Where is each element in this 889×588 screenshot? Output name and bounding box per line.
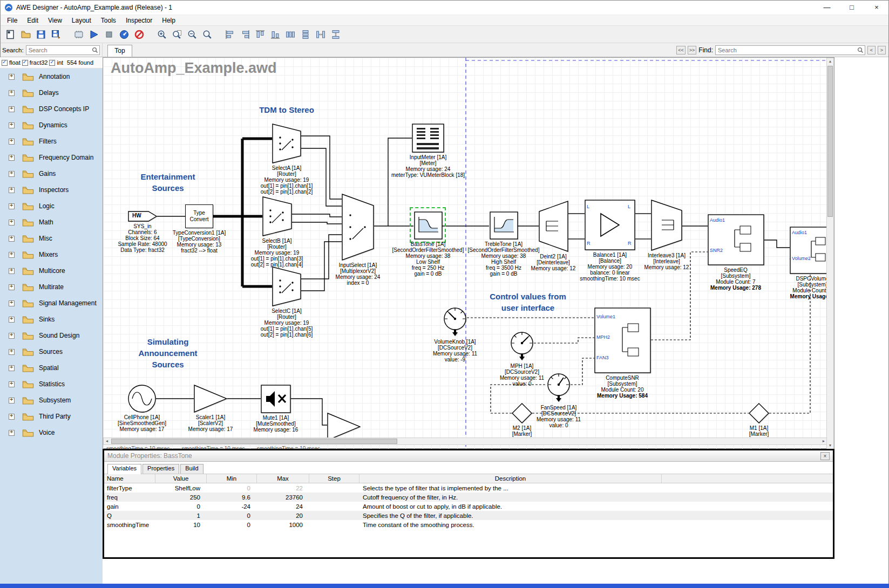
block-inputmeter[interactable]: InputMeter [1A][Meter]Memory usage: 24me…	[377, 124, 479, 178]
space-vertical-button[interactable]	[329, 28, 343, 42]
find-prev-all-button[interactable]: <<	[676, 46, 686, 54]
scroll-left-arrow[interactable]: ◄	[104, 438, 110, 445]
sidebar-item-sinks[interactable]: Sinks	[0, 311, 103, 327]
save-button[interactable]	[34, 28, 48, 42]
tab-build[interactable]: Build	[180, 464, 203, 474]
variable-row-freq[interactable]: freq 250 9.6 23760 Cutoff frequency of t…	[104, 493, 833, 502]
distribute-vertical-button[interactable]	[298, 28, 313, 42]
horizontal-scrollbar[interactable]: ◄ ►	[103, 437, 827, 445]
minimize-button[interactable]: —	[815, 0, 839, 15]
var-value[interactable]: 1	[155, 512, 207, 519]
menu-inspector[interactable]: Inspector	[121, 16, 157, 25]
new-button[interactable]	[4, 28, 18, 42]
align-top-button[interactable]	[253, 28, 267, 42]
expand-icon[interactable]	[9, 155, 15, 161]
block-m2[interactable]: M2 [1A][Marker]	[471, 403, 573, 437]
align-bottom-button[interactable]	[268, 28, 282, 42]
tab-variables[interactable]: Variables	[107, 464, 141, 474]
find-input[interactable]	[715, 45, 865, 55]
expand-icon[interactable]	[9, 414, 15, 420]
var-value[interactable]: 0	[155, 503, 207, 510]
find-next-all-button[interactable]: >>	[688, 46, 697, 54]
horizontal-scroll-thumb[interactable]	[111, 439, 397, 444]
expand-icon[interactable]	[9, 284, 15, 290]
expand-icon[interactable]	[9, 74, 15, 80]
sidebar-item-spatial[interactable]: Spatial	[0, 360, 103, 376]
properties-title-bar[interactable]: Module Properties: BassTone ×	[104, 450, 833, 462]
module-search-input[interactable]	[26, 45, 100, 55]
expand-icon[interactable]	[9, 252, 15, 258]
properties-close-button[interactable]: ×	[820, 452, 830, 460]
scroll-down-arrow[interactable]: ▼	[827, 442, 833, 449]
sidebar-item-delays[interactable]: Delays	[0, 85, 103, 101]
find-next-button[interactable]: >	[878, 46, 886, 54]
distribute-horizontal-button[interactable]	[283, 28, 297, 42]
expand-icon[interactable]	[9, 187, 15, 193]
close-button[interactable]: ×	[864, 0, 889, 15]
menu-edit[interactable]: Edit	[22, 16, 43, 25]
block-dspcvolume[interactable]: Audio1 Volume2 DSPCVolume[Subsystem]Modu…	[761, 227, 827, 299]
sidebar-item-logic[interactable]: Logic	[0, 198, 103, 214]
sidebar-item-gains[interactable]: Gains	[0, 166, 103, 182]
expand-icon[interactable]	[9, 398, 15, 404]
maximize-button[interactable]: □	[839, 0, 864, 15]
menu-help[interactable]: Help	[157, 16, 180, 25]
expand-icon[interactable]	[9, 171, 15, 177]
run-button[interactable]	[87, 28, 101, 42]
expand-icon[interactable]	[9, 300, 15, 306]
sidebar-item-signal-management[interactable]: Signal Management	[0, 295, 103, 311]
tab-top[interactable]: Top	[107, 45, 132, 57]
sidebar-item-misc[interactable]: Misc	[0, 230, 103, 247]
var-value[interactable]: ShelfLow	[155, 485, 207, 491]
var-value[interactable]: 10	[155, 522, 207, 528]
menu-view[interactable]: View	[43, 16, 67, 25]
menu-file[interactable]: File	[2, 16, 22, 25]
sidebar-item-sources[interactable]: Sources	[0, 344, 103, 360]
hardware-button[interactable]	[72, 28, 86, 42]
align-left-button[interactable]	[223, 28, 237, 42]
open-button[interactable]	[19, 28, 33, 42]
expand-icon[interactable]	[9, 139, 15, 145]
sidebar-item-dynamics[interactable]: Dynamics	[0, 117, 103, 133]
sidebar-item-multirate[interactable]: Multirate	[0, 279, 103, 295]
sidebar-item-mixers[interactable]: Mixers	[0, 247, 103, 263]
expand-icon[interactable]	[9, 106, 15, 112]
expand-icon[interactable]	[9, 122, 15, 128]
sidebar-item-math[interactable]: Math	[0, 214, 103, 230]
sidebar-item-subsystem[interactable]: Subsystem	[0, 392, 103, 408]
expand-icon[interactable]	[9, 236, 15, 242]
expand-icon[interactable]	[9, 203, 15, 209]
sidebar-item-filters[interactable]: Filters	[0, 133, 103, 149]
vertical-scrollbar[interactable]: ▲ ▼	[826, 58, 834, 449]
zoom-button[interactable]	[200, 28, 214, 42]
sidebar-item-statistics[interactable]: Statistics	[0, 376, 103, 392]
zoom-out-button[interactable]	[185, 28, 199, 42]
zoom-page-button[interactable]	[170, 28, 184, 42]
stop-button[interactable]	[102, 28, 116, 42]
scroll-up-arrow[interactable]: ▲	[827, 58, 833, 65]
block-selecta[interactable]: SelectA [1A][Router]Memory usage: 19out[…	[235, 124, 338, 195]
tab-properties[interactable]: Properties	[142, 464, 179, 474]
variable-row-smoothingtime[interactable]: smoothingTime 10 0 1000 Time constant of…	[104, 520, 833, 529]
align-right-button[interactable]	[238, 28, 252, 42]
sidebar-item-third-party[interactable]: Third Party	[0, 408, 103, 425]
expand-icon[interactable]	[9, 268, 15, 274]
sidebar-item-sound-design[interactable]: Sound Design	[0, 327, 103, 344]
design-canvas[interactable]: AutoAmp_Example.awd TDM to Stereo Entert…	[103, 58, 827, 449]
block-m1[interactable]: M1 [1A][Marker]	[708, 403, 810, 437]
expand-icon[interactable]	[9, 220, 15, 225]
variable-row-gain[interactable]: gain 0 -24 24 Amount of boost or cut to …	[104, 502, 833, 511]
zoom-in-button[interactable]	[155, 28, 169, 42]
expand-icon[interactable]	[9, 349, 15, 355]
sidebar-item-dsp-concepts-ip[interactable]: DSP Concepts IP	[0, 101, 103, 117]
block-mute1[interactable]: Mute1 [1A][MuteSmoothed]Memory usage: 16	[225, 385, 327, 433]
tuning-button[interactable]	[117, 28, 131, 42]
float-checkbox[interactable]	[2, 60, 8, 66]
variable-row-q[interactable]: Q 1 0 20 Specifies the Q of the filter, …	[104, 511, 833, 520]
sidebar-item-voice[interactable]: Voice	[0, 425, 103, 441]
halt-button[interactable]	[132, 28, 146, 42]
sidebar-item-annotation[interactable]: Annotation	[0, 69, 103, 85]
expand-icon[interactable]	[9, 90, 15, 96]
int-checkbox[interactable]	[49, 60, 55, 66]
sidebar-item-inspectors[interactable]: Inspectors	[0, 182, 103, 198]
